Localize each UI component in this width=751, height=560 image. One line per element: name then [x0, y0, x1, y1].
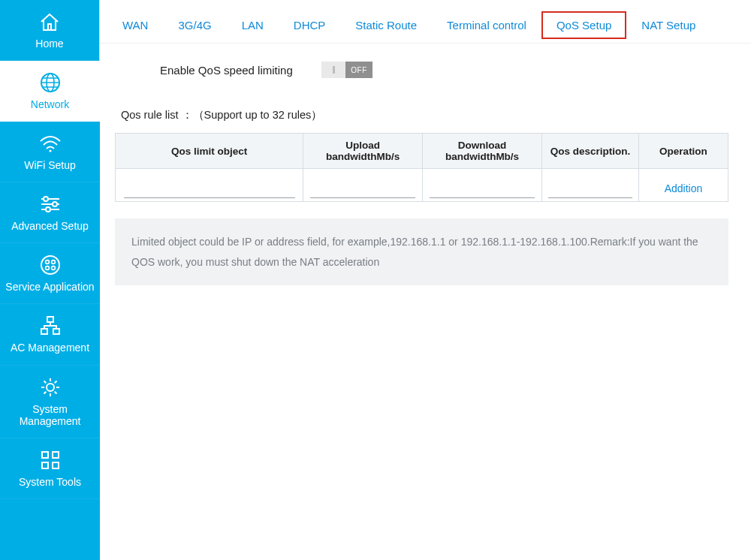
sidebar-item-label: Advanced Setup [3, 220, 97, 232]
tab-dhcp[interactable]: DHCP [279, 11, 341, 39]
sidebar-item-network[interactable]: Network [0, 61, 100, 122]
qos-rule-list-heading: Qos rule list ：（Support up to 32 rules） [121, 108, 728, 122]
grid-icon [3, 447, 97, 473]
tab-qos-setup[interactable]: QoS Setup [541, 11, 626, 39]
globe-icon [3, 70, 97, 95]
svg-point-5 [46, 207, 50, 212]
svg-point-6 [41, 256, 59, 274]
sidebar: Home Network WiFi Setup Advanced Setup S [0, 0, 100, 560]
qos-upload-input[interactable] [310, 182, 415, 198]
tab-wan[interactable]: WAN [107, 11, 163, 39]
gear-icon [3, 375, 97, 400]
sidebar-item-label: Home [3, 38, 96, 50]
sidebar-item-home[interactable]: Home [0, 0, 100, 61]
sidebar-item-label: AC Management [3, 342, 97, 354]
svg-point-3 [44, 197, 48, 201]
tab-static-route[interactable]: Static Route [340, 11, 432, 39]
svg-point-2 [49, 150, 51, 152]
svg-point-4 [53, 202, 57, 206]
home-icon [3, 9, 96, 35]
tab-lan[interactable]: LAN [227, 11, 279, 39]
svg-point-9 [45, 266, 49, 270]
sidebar-item-advanced[interactable]: Advanced Setup [0, 182, 100, 243]
tab-bar: WAN 3G/4G LAN DHCP Static Route Terminal… [100, 8, 751, 44]
col-download: Download bandwidthMb/s [423, 134, 542, 169]
svg-rect-11 [47, 317, 53, 322]
tab-3g4g[interactable]: 3G/4G [163, 11, 226, 39]
network-tree-icon [3, 313, 97, 339]
apps-icon [3, 252, 97, 278]
sidebar-item-ac[interactable]: AC Management [0, 304, 100, 365]
sidebar-item-label: System Tools [3, 476, 97, 488]
enable-qos-toggle[interactable]: OFF [321, 62, 372, 78]
sidebar-item-label: System Management [3, 403, 97, 427]
sidebar-item-label: Network [3, 98, 97, 110]
svg-point-8 [51, 260, 55, 264]
sliders-icon [3, 191, 97, 217]
qos-table: Qos limit object Upload bandwidthMb/s Do… [115, 133, 728, 202]
enable-qos-label: Enable QoS speed limiting [160, 64, 321, 77]
sidebar-item-tools[interactable]: System Tools [0, 438, 100, 499]
col-upload: Upload bandwidthMb/s [303, 134, 423, 169]
svg-point-10 [51, 266, 55, 270]
svg-rect-15 [42, 452, 48, 458]
sidebar-item-label: Service Application [3, 281, 97, 293]
sidebar-item-wifi[interactable]: WiFi Setup [0, 122, 100, 182]
svg-rect-13 [53, 329, 59, 334]
svg-rect-16 [53, 452, 59, 458]
addition-link[interactable]: Addition [665, 176, 703, 194]
col-desc: Qos description. [541, 134, 638, 169]
toggle-track [321, 62, 345, 78]
toggle-state: OFF [345, 62, 372, 78]
svg-rect-18 [53, 462, 59, 468]
tab-nat-setup[interactable]: NAT Setup [626, 11, 710, 39]
col-object: Qos limit object [116, 134, 303, 169]
qos-download-input[interactable] [430, 182, 535, 198]
tab-terminal-control[interactable]: Terminal control [432, 11, 541, 39]
sidebar-item-label: WiFi Setup [3, 159, 97, 171]
col-operation: Operation [638, 134, 728, 169]
table-row: Addition [116, 169, 728, 202]
svg-point-7 [45, 260, 49, 264]
sidebar-item-system-mgmt[interactable]: System Management [0, 366, 100, 438]
svg-rect-17 [42, 462, 48, 468]
wifi-icon [3, 131, 97, 156]
main-content: WAN 3G/4G LAN DHCP Static Route Terminal… [100, 0, 751, 560]
qos-object-input[interactable] [124, 182, 295, 198]
svg-point-14 [47, 384, 54, 391]
info-box: Limited object could be IP or address fi… [115, 218, 728, 285]
sidebar-item-service[interactable]: Service Application [0, 243, 100, 304]
svg-rect-12 [41, 329, 47, 334]
qos-desc-input[interactable] [548, 182, 632, 198]
